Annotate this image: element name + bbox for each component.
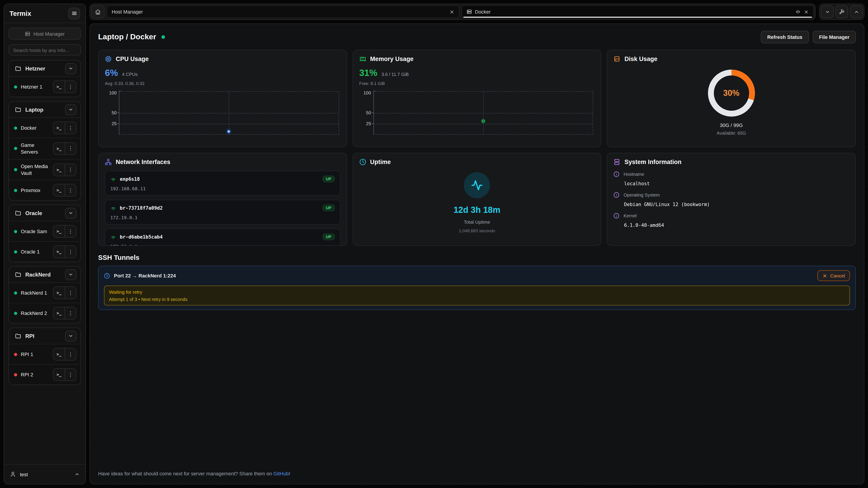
tab-docker[interactable]: Docker	[461, 5, 814, 18]
host-item[interactable]: Game Servers >_ ⋮	[9, 138, 81, 159]
host-menu-button[interactable]: ⋮	[65, 81, 76, 93]
card-title: Network Interfaces	[116, 159, 170, 165]
collapse-group-button[interactable]	[65, 208, 76, 219]
host-item[interactable]: RackNerd 2 >_ ⋮	[9, 303, 81, 323]
search-input[interactable]	[8, 44, 81, 56]
server-icon	[25, 31, 30, 36]
host-item[interactable]: Hetzner 1 >_ ⋮	[9, 76, 81, 97]
terminal-button[interactable]: >_	[53, 122, 65, 134]
host-manager-button[interactable]: Host Manager	[8, 28, 81, 40]
terminal-button[interactable]: >_	[53, 349, 65, 360]
status-badge: UP	[322, 233, 335, 240]
admin-tools-button[interactable]	[835, 5, 848, 18]
scroll-tabs-left-button[interactable]	[821, 5, 834, 18]
host-actions: >_ ⋮	[53, 348, 76, 361]
cpu-history-chart: 100 50 25	[105, 91, 340, 135]
terminal-icon: >_	[57, 167, 61, 172]
close-icon[interactable]	[804, 9, 809, 14]
terminal-button[interactable]: >_	[53, 164, 65, 175]
terminal-button[interactable]: >_	[53, 307, 65, 319]
chevron-down-icon	[68, 334, 73, 339]
warning-title: Waiting for retry	[109, 289, 845, 295]
sidebar-menu-button[interactable]	[68, 7, 80, 19]
collapse-group-button[interactable]	[65, 331, 76, 341]
scroll-tabs-right-button[interactable]	[850, 5, 863, 18]
host-menu-button[interactable]: ⋮	[65, 349, 76, 360]
collapse-group-button[interactable]	[65, 269, 76, 280]
tab-actions	[819, 4, 864, 20]
interface-name: br-d6abe1b5cab4	[120, 234, 319, 239]
host-item[interactable]: RPI 1 >_ ⋮	[9, 344, 81, 364]
home-button[interactable]	[91, 5, 104, 18]
card-title: System Information	[625, 159, 682, 165]
split-view-icon[interactable]	[795, 9, 801, 14]
folder-icon	[15, 333, 21, 339]
host-name: Game Servers	[21, 142, 49, 155]
system-info-label: Kernel	[624, 213, 637, 218]
group-header[interactable]: RPI	[9, 328, 81, 344]
axis-tick-mark	[117, 112, 119, 113]
cpu-usage-card: CPU Usage 6% 4 CPUs Avg: 0.33, 0.36, 0.3…	[98, 50, 347, 147]
terminal-button[interactable]: >_	[53, 81, 65, 93]
group-header[interactable]: RackNerd	[9, 267, 81, 283]
group-name: RPI	[25, 333, 34, 339]
collapse-group-button[interactable]	[65, 63, 76, 74]
gridline	[483, 92, 484, 134]
memory-percent: 31%	[359, 68, 377, 78]
chevron-down-icon	[68, 66, 73, 71]
host-item[interactable]: RPI 2 >_ ⋮	[9, 364, 81, 385]
y-axis-tick: 25	[105, 121, 117, 126]
interface-name: br-73718f7a09d2	[120, 205, 319, 210]
footer-text: Have ideas for what should come next for…	[98, 471, 273, 476]
host-item[interactable]: Docker >_ ⋮	[9, 118, 81, 138]
status-badge: UP	[322, 175, 335, 183]
tunnel-card: Port 22 → RackNerd 1:224 Cancel Waiting …	[98, 266, 856, 310]
file-manager-button[interactable]: File Manager	[813, 31, 856, 43]
host-item[interactable]: Proxmox >_ ⋮	[9, 180, 81, 200]
host-menu-button[interactable]: ⋮	[65, 287, 76, 299]
host-menu-button[interactable]: ⋮	[65, 369, 76, 381]
group-header[interactable]: Laptop	[9, 102, 81, 118]
terminal-button[interactable]: >_	[53, 185, 65, 196]
host-actions: >_ ⋮	[53, 246, 76, 258]
host-item[interactable]: Open Media Vault >_ ⋮	[9, 159, 81, 180]
uptime-value: 12d 3h 18m	[454, 205, 500, 215]
cancel-tunnel-button[interactable]: Cancel	[817, 270, 850, 281]
server-icon	[466, 9, 472, 14]
terminal-button[interactable]: >_	[53, 143, 65, 155]
host-menu-button[interactable]: ⋮	[65, 246, 76, 258]
host-menu-button[interactable]: ⋮	[65, 164, 76, 175]
refresh-status-button[interactable]: Refresh Status	[761, 31, 809, 43]
tab-host-manager[interactable]: Host Manager	[107, 5, 459, 18]
cpu-chip-icon	[105, 56, 112, 62]
y-axis-tick: 50	[105, 110, 117, 115]
host-actions: >_ ⋮	[53, 287, 76, 299]
terminal-button[interactable]: >_	[53, 287, 65, 299]
host-menu-button[interactable]: ⋮	[65, 122, 76, 134]
interface-ip: 172.19.0.1	[110, 215, 335, 220]
kebab-icon: ⋮	[68, 188, 73, 193]
group-header[interactable]: Hetzner	[9, 61, 81, 76]
close-icon[interactable]	[449, 9, 454, 14]
user-menu[interactable]: test	[4, 464, 86, 484]
host-menu-button[interactable]: ⋮	[65, 307, 76, 319]
y-axis-line	[119, 91, 119, 135]
host-item[interactable]: Oracle 1 >_ ⋮	[9, 241, 81, 262]
host-menu-button[interactable]: ⋮	[65, 226, 76, 237]
wifi-icon	[110, 234, 116, 240]
kebab-icon: ⋮	[68, 311, 73, 316]
host-menu-button[interactable]: ⋮	[65, 185, 76, 196]
host-menu-button[interactable]: ⋮	[65, 143, 76, 155]
host-status-dot	[14, 189, 17, 192]
host-item[interactable]: RackNerd 1 >_ ⋮	[9, 283, 81, 303]
group-header[interactable]: Oracle	[9, 205, 81, 221]
collapse-group-button[interactable]	[65, 104, 76, 115]
terminal-button[interactable]: >_	[53, 226, 65, 237]
host-item[interactable]: Oracle Sam >_ ⋮	[9, 221, 81, 241]
github-link[interactable]: GitHub	[273, 471, 289, 476]
host-group-laptop: Laptop Docker >_ ⋮ Game Servers >_	[8, 101, 81, 201]
terminal-button[interactable]: >_	[53, 369, 65, 381]
interface-list: enp6s18 UP 192.168.68.11 br-73718f7a09d2…	[105, 171, 340, 246]
terminal-button[interactable]: >_	[53, 246, 65, 258]
chevron-down-icon	[68, 211, 73, 216]
